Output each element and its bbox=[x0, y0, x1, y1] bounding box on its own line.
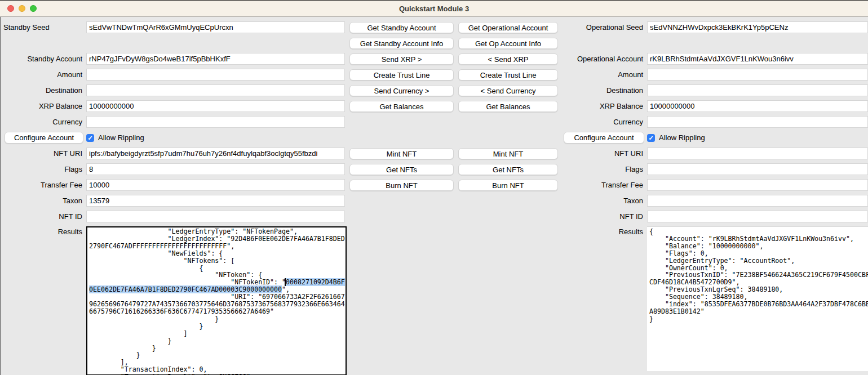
standby-flags-input[interactable] bbox=[86, 163, 345, 175]
standby-taxon-input[interactable] bbox=[86, 195, 345, 207]
zoom-button[interactable] bbox=[30, 5, 37, 12]
operational-taxon-input[interactable] bbox=[647, 195, 868, 207]
standby-transfer-fee-input[interactable] bbox=[86, 179, 345, 191]
standby-burn-nft-button[interactable]: Burn NFT bbox=[349, 180, 454, 191]
standby-destination-label: Destination bbox=[0, 84, 83, 96]
standby-seed-input[interactable] bbox=[86, 21, 345, 33]
standby-nft-id-label: NFT ID bbox=[0, 211, 83, 222]
operational-get-balances-button[interactable]: Get Balances bbox=[458, 101, 558, 112]
form-area: Standby Seed Get Standby Account Get Ope… bbox=[0, 17, 868, 375]
operational-destination-input[interactable] bbox=[647, 84, 868, 96]
operational-amount-input[interactable] bbox=[647, 69, 868, 81]
operational-flags-input[interactable] bbox=[647, 163, 868, 175]
window-title: Quickstart Module 3 bbox=[399, 5, 469, 13]
standby-account-input[interactable] bbox=[86, 53, 345, 65]
operational-xrp-balance-input[interactable] bbox=[647, 100, 868, 112]
standby-seed-label: Standby Seed bbox=[0, 21, 83, 33]
operational-amount-label: Amount bbox=[561, 69, 644, 81]
standby-transfer-fee-label: Transfer Fee bbox=[0, 179, 83, 191]
operational-transfer-fee-input[interactable] bbox=[647, 179, 868, 191]
standby-nft-id-input[interactable] bbox=[86, 211, 345, 222]
operational-flags-label: Flags bbox=[561, 163, 644, 175]
operational-mint-nft-button[interactable]: Mint NFT bbox=[458, 148, 558, 159]
send-currency-left-button[interactable]: < Send Currency bbox=[458, 85, 558, 96]
standby-taxon-label: Taxon bbox=[0, 195, 83, 207]
window-controls bbox=[7, 5, 37, 12]
standby-create-trust-line-button[interactable]: Create Trust Line bbox=[349, 69, 454, 81]
standby-currency-label: Currency bbox=[0, 116, 83, 128]
standby-allow-rippling-row: ✓ Allow Rippling bbox=[86, 132, 345, 144]
standby-results-text-after-selection: ", "URI": "697066733A2F2F6261667 9626569… bbox=[89, 285, 345, 375]
standby-destination-input[interactable] bbox=[86, 84, 345, 96]
operational-configure-account-button[interactable]: Configure Account bbox=[564, 132, 644, 144]
standby-amount-input[interactable] bbox=[86, 69, 345, 81]
standby-get-nfts-button[interactable]: Get NFTs bbox=[349, 164, 454, 175]
operational-nft-uri-input[interactable] bbox=[647, 148, 868, 159]
window-left-edge bbox=[0, 17, 1, 375]
operational-taxon-label: Taxon bbox=[561, 195, 644, 207]
get-standby-account-button[interactable]: Get Standby Account bbox=[349, 22, 454, 33]
operational-allow-rippling-label: Allow Rippling bbox=[659, 133, 705, 142]
standby-results-textarea[interactable]: "LedgerEntryType": "NFTokenPage", "Ledge… bbox=[86, 226, 347, 375]
operational-xrp-balance-label: XRP Balance bbox=[561, 100, 644, 112]
operational-results-textarea[interactable]: { "Account": "rK9LBRhStdmtAaVdJXGVF1LnKW… bbox=[647, 226, 868, 371]
standby-amount-label: Amount bbox=[0, 69, 83, 81]
operational-seed-label: Operational Seed bbox=[561, 21, 644, 33]
operational-allow-rippling-row: ✓ Allow Rippling bbox=[647, 132, 868, 144]
standby-flags-label: Flags bbox=[0, 163, 83, 175]
standby-account-label: Standby Account bbox=[0, 53, 83, 65]
standby-results-label: Results bbox=[0, 226, 83, 236]
operational-account-input[interactable] bbox=[647, 53, 868, 65]
standby-xrp-balance-label: XRP Balance bbox=[0, 100, 83, 112]
operational-currency-input[interactable] bbox=[647, 116, 868, 128]
operational-create-trust-line-button[interactable]: Create Trust Line bbox=[458, 69, 558, 81]
minimize-button[interactable] bbox=[19, 5, 25, 12]
operational-transfer-fee-label: Transfer Fee bbox=[561, 179, 644, 191]
standby-get-balances-button[interactable]: Get Balances bbox=[349, 101, 454, 112]
operational-burn-nft-button[interactable]: Burn NFT bbox=[458, 180, 558, 191]
standby-currency-input[interactable] bbox=[86, 116, 345, 128]
send-xrp-left-button[interactable]: < Send XRP bbox=[458, 53, 558, 65]
standby-results-text-before-selection: "LedgerEntryType": "NFTokenPage", "Ledge… bbox=[89, 227, 345, 286]
get-operational-account-button[interactable]: Get Operational Account bbox=[458, 22, 558, 33]
send-currency-right-button[interactable]: Send Currency > bbox=[349, 85, 454, 96]
close-button[interactable] bbox=[7, 5, 14, 12]
standby-allow-rippling-checkbox[interactable]: ✓ bbox=[86, 134, 94, 142]
standby-allow-rippling-label: Allow Rippling bbox=[98, 133, 144, 142]
operational-results-label: Results bbox=[561, 226, 644, 236]
standby-mint-nft-button[interactable]: Mint NFT bbox=[349, 148, 454, 159]
app-window: Quickstart Module 3 Standby Seed Get Sta… bbox=[0, 0, 868, 375]
standby-configure-account-button[interactable]: Configure Account bbox=[5, 132, 83, 144]
operational-allow-rippling-checkbox[interactable]: ✓ bbox=[647, 134, 655, 142]
standby-nft-uri-label: NFT URI bbox=[0, 148, 83, 159]
operational-nft-id-label: NFT ID bbox=[561, 211, 644, 222]
operational-nft-id-input[interactable] bbox=[647, 211, 868, 222]
operational-account-label: Operational Account bbox=[561, 53, 644, 65]
get-op-account-info-button[interactable]: Get Op Account Info bbox=[458, 38, 558, 49]
send-xrp-right-button[interactable]: Send XRP > bbox=[349, 53, 454, 65]
standby-xrp-balance-input[interactable] bbox=[86, 100, 345, 112]
operational-seed-input[interactable] bbox=[647, 21, 868, 33]
operational-nft-uri-label: NFT URI bbox=[561, 148, 644, 159]
operational-destination-label: Destination bbox=[561, 84, 644, 96]
operational-get-nfts-button[interactable]: Get NFTs bbox=[458, 164, 558, 175]
operational-currency-label: Currency bbox=[561, 116, 644, 128]
get-standby-account-info-button[interactable]: Get Standby Account Info bbox=[349, 38, 454, 49]
standby-nft-uri-input[interactable] bbox=[86, 148, 345, 159]
title-bar: Quickstart Module 3 bbox=[0, 1, 868, 17]
